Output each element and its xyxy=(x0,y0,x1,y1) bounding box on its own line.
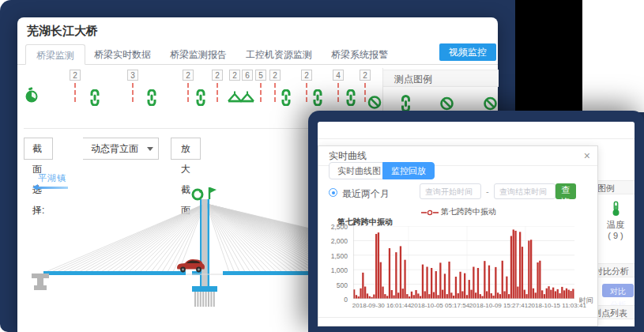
x-axis-label: 2018-10-05 05:17:54 xyxy=(411,302,469,309)
x-axis-label: 2018-10-15 11:03:41 xyxy=(528,302,586,309)
video-monitoring-button[interactable]: 视频监控 xyxy=(439,43,496,61)
vibration-chart xyxy=(353,226,574,299)
screenshot-root: 芜湖长江大桥 桥梁监测 桥梁实时数据 桥梁监测报告 工控机资源监测 桥梁系统报警… xyxy=(0,0,644,332)
tower-piles xyxy=(195,292,214,307)
bridge-deck xyxy=(43,271,186,275)
sensor-count: ( 9 ) xyxy=(598,230,633,241)
tab-system-alarm[interactable]: 桥梁系统报警 xyxy=(321,44,398,65)
temperature-sensor-item[interactable]: 温度 ( 9 ) xyxy=(598,201,633,241)
divider xyxy=(318,317,597,318)
tab-monitoring-report[interactable]: 桥梁监测报告 xyxy=(160,44,237,65)
chart-legend[interactable]: 第七跨跨中振动 xyxy=(318,206,599,217)
marker-count-badge: 2 xyxy=(360,70,371,81)
section-select-label: 截面选择: xyxy=(24,138,53,160)
legend-panel-title: 测点图例 xyxy=(383,70,499,87)
tab-realtime-data[interactable]: 桥梁实时数据 xyxy=(84,44,161,65)
enlarge-section-button[interactable]: 放大截面 xyxy=(171,138,201,160)
query-end-time-input[interactable] xyxy=(494,183,555,199)
y-axis-label: 2,500 xyxy=(321,223,348,231)
marker-count-badge: 2 xyxy=(269,70,281,81)
x-axis-label: 2018-09-30 16:01:44 xyxy=(352,302,411,309)
tower-foundation xyxy=(192,286,217,292)
marker-count-badge: 2 xyxy=(301,70,312,81)
marker-dash-icon xyxy=(217,83,218,102)
marker-count-badge: 3 xyxy=(127,70,138,81)
y-axis-label: 1,000 xyxy=(321,266,348,274)
realtime-curve-dialog: 实时曲线 × 实时曲线图 监控回放 最近两个月 - 查询 第七跨跨中振动 第七跨… xyxy=(318,145,598,326)
marker-dash-icon xyxy=(74,83,76,102)
query-start-time-input[interactable] xyxy=(420,183,481,199)
sensor-label: 温度 xyxy=(598,219,633,230)
marker-count-badge: 2 xyxy=(183,70,194,81)
marker-dash-icon xyxy=(364,83,366,102)
x-axis-name: 时间 xyxy=(579,296,593,306)
marker-count-badge: 2 xyxy=(70,70,81,81)
tab-realtime-curve[interactable]: 实时曲线图 xyxy=(329,162,390,179)
series-bars xyxy=(353,229,574,299)
y-axis-label: 2,000 xyxy=(321,237,348,245)
background-black-window xyxy=(515,0,582,111)
compare-analysis-button[interactable]: 对比分析 xyxy=(602,284,634,297)
marker-dash-icon xyxy=(187,83,189,102)
background-white-window xyxy=(582,0,644,112)
y-axis-label: 500 xyxy=(321,281,348,289)
tower-flag-icon[interactable] xyxy=(209,187,217,199)
bridge-left-pier xyxy=(32,274,49,290)
close-icon[interactable]: × xyxy=(584,146,590,166)
marker-dash-icon xyxy=(337,83,339,102)
query-button[interactable]: 查询 xyxy=(555,183,576,199)
legend-marker-icon xyxy=(421,209,439,216)
secondary-window: 测点图例 温度 ( 9 ) 对比分析 对比分析 测点列表 实时曲线 × 实时曲线… xyxy=(308,111,644,332)
marker-count-badge: 4 xyxy=(333,70,344,81)
marker-count-badge: 2 xyxy=(212,70,223,81)
tab-bridge-monitoring[interactable]: 桥梁监测 xyxy=(25,44,85,65)
tower-rotation-sensor-icon[interactable] xyxy=(193,190,202,199)
chevron-down-icon xyxy=(147,147,153,151)
secondary-window-page: 测点图例 温度 ( 9 ) 对比分析 对比分析 测点列表 实时曲线 × 实时曲线… xyxy=(318,122,635,326)
marker-dash-icon xyxy=(260,83,262,102)
page-title: 芜湖长江大桥 xyxy=(27,24,98,39)
marker-count-badge: 5 xyxy=(255,70,266,81)
y-axis-label: 1,500 xyxy=(321,252,348,260)
x-axis-label: 2018-10-09 15:27:41 xyxy=(469,302,528,309)
y-axis-label: 0 xyxy=(321,296,348,304)
tab-bar: 桥梁监测 桥梁实时数据 桥梁监测报告 工控机资源监测 桥梁系统报警 xyxy=(17,43,498,65)
radio-icon xyxy=(329,188,337,197)
divider xyxy=(318,138,635,139)
car xyxy=(177,259,205,272)
bridge-truss-icon xyxy=(228,90,254,108)
section-select-dropdown[interactable]: 动态背立面 xyxy=(83,138,159,160)
thermometer-icon xyxy=(611,201,621,217)
range-separator: - xyxy=(486,187,489,196)
marker-dash-icon xyxy=(306,83,307,102)
marker-dash-icon xyxy=(274,83,276,102)
tab-monitor-playback[interactable]: 监控回放 xyxy=(382,162,435,179)
recent-two-months-radio[interactable]: 最近两个月 xyxy=(329,187,390,198)
marker-dash-icon xyxy=(132,83,134,102)
tab-ipc-resource[interactable]: 工控机资源监测 xyxy=(235,44,322,65)
